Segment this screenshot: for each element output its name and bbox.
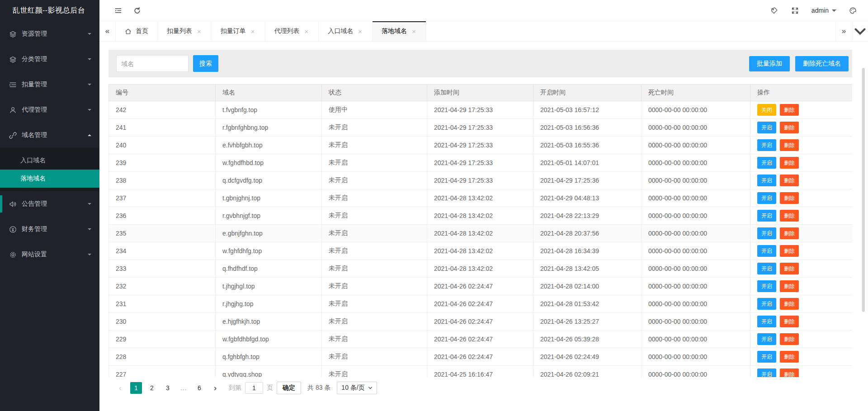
page-number-button[interactable]: 6	[193, 382, 205, 394]
delete-button[interactable]: 删除	[780, 316, 799, 327]
open-domain-button[interactable]: 开启	[757, 263, 776, 274]
cell-domain: r.jhgjhg.top	[216, 295, 322, 313]
cell-added: 2021-04-28 13:42:02	[427, 207, 533, 225]
delete-button[interactable]: 删除	[780, 263, 799, 274]
cell-id: 228	[109, 348, 216, 366]
open-domain-button[interactable]: 开启	[757, 298, 776, 310]
cell-domain: t.gbnjghnj.top	[216, 189, 322, 207]
cell-actions: 开启删除	[750, 295, 853, 313]
delete-button[interactable]: 删除	[780, 122, 799, 133]
confirm-page-button[interactable]: 确定	[277, 382, 301, 394]
sidebar-subitem-entry-domain[interactable]: 入口域名	[0, 151, 99, 170]
page-number-button[interactable]: 3	[162, 382, 174, 394]
tabs-scroll-right-button[interactable]: »	[835, 21, 852, 41]
close-icon[interactable]: ×	[196, 27, 202, 36]
cell-actions: 开启删除	[750, 137, 853, 154]
sidebar-item-finance[interactable]: 财务管理	[0, 217, 99, 242]
close-icon[interactable]: ×	[250, 27, 256, 36]
delete-dead-domains-button[interactable]: 删除死亡域名	[795, 56, 849, 71]
cell-opened: 2021-05-03 16:55:36	[533, 137, 642, 154]
cell-actions: 关闭删除	[750, 101, 853, 119]
open-domain-button[interactable]: 开启	[757, 368, 776, 377]
cell-opened: 2021-04-28 01:53:42	[533, 295, 642, 313]
open-domain-button[interactable]: 开启	[757, 245, 776, 257]
cell-opened: 2021-04-26 02:09:21	[533, 366, 642, 378]
open-domain-button[interactable]: 开启	[757, 351, 776, 363]
fullscreen-icon[interactable]	[791, 6, 800, 15]
delete-button[interactable]: 删除	[780, 210, 799, 222]
sidebar-item-label: 网站设置	[22, 250, 88, 259]
collapse-sidebar-icon[interactable]	[108, 0, 127, 21]
tab-deduct-list[interactable]: 扣量列表×	[158, 21, 212, 41]
open-domain-button[interactable]: 开启	[757, 280, 776, 292]
sidebar-item-resource[interactable]: 资源管理	[0, 21, 99, 47]
close-domain-button[interactable]: 关闭	[757, 104, 776, 116]
next-page-button[interactable]: ›	[209, 382, 221, 394]
search-button[interactable]: 搜索	[193, 55, 218, 72]
open-domain-button[interactable]: 开启	[757, 333, 776, 345]
topbar-right: admin	[770, 6, 857, 15]
sidebar-subitem-landing-domain[interactable]: 落地域名	[0, 170, 99, 188]
tab-home[interactable]: 首页	[116, 21, 158, 41]
cell-id: 233	[109, 260, 216, 278]
column-header: 死亡时间	[642, 85, 750, 101]
delete-button[interactable]: 删除	[780, 192, 799, 204]
sidebar-item-deduct[interactable]: 扣量管理	[0, 72, 99, 97]
delete-button[interactable]: 删除	[780, 104, 799, 116]
batch-add-button[interactable]: 批量添加	[749, 56, 790, 71]
delete-button[interactable]: 删除	[780, 157, 799, 169]
cell-domain: e.gbnjfghn.top	[216, 225, 322, 242]
tab-agent-list[interactable]: 代理列表×	[265, 21, 319, 41]
sidebar-item-notice[interactable]: 公告管理	[0, 191, 99, 217]
close-icon[interactable]: ×	[357, 27, 363, 36]
page-number-button[interactable]: 1	[130, 382, 142, 394]
theme-palette-icon[interactable]	[848, 6, 857, 15]
open-domain-button[interactable]: 开启	[757, 210, 776, 222]
user-menu[interactable]: admin	[811, 7, 836, 14]
tab-deduct-order[interactable]: 扣量订单×	[212, 21, 265, 41]
delete-button[interactable]: 删除	[780, 351, 799, 363]
link-icon	[9, 132, 17, 139]
delete-button[interactable]: 删除	[780, 175, 799, 186]
sidebar-item-agent[interactable]: 代理管理	[0, 97, 99, 123]
tag-icon[interactable]	[770, 6, 779, 15]
delete-button[interactable]: 删除	[780, 298, 799, 310]
page-scrollbar-thumb[interactable]	[862, 68, 865, 312]
close-icon[interactable]: ×	[411, 27, 417, 36]
cell-died: 0000-00-00 00:00:00	[642, 295, 750, 313]
open-domain-button[interactable]: 开启	[757, 122, 776, 133]
tab-entry-domain[interactable]: 入口域名×	[319, 21, 373, 41]
delete-button[interactable]: 删除	[780, 368, 799, 377]
delete-button[interactable]: 删除	[780, 227, 799, 239]
open-domain-button[interactable]: 开启	[757, 192, 776, 204]
prev-page-button[interactable]: ‹	[114, 382, 126, 394]
delete-button[interactable]: 删除	[780, 333, 799, 345]
goto-page-input[interactable]	[245, 382, 263, 394]
delete-button[interactable]: 删除	[780, 245, 799, 257]
cell-opened: 2021-04-26 13:25:27	[533, 313, 642, 331]
open-domain-button[interactable]: 开启	[757, 227, 776, 239]
cell-died: 0000-00-00 00:00:00	[642, 348, 750, 366]
close-icon[interactable]: ×	[304, 27, 310, 36]
table-row: 234w.fghfdhfg.top未开启2021-04-28 13:42:022…	[109, 242, 853, 260]
cell-opened: 2021-04-29 04:48:13	[533, 189, 642, 207]
sidebar-scrollbar-thumb[interactable]	[0, 195, 2, 213]
sidebar-item-category[interactable]: 分类管理	[0, 47, 99, 72]
sidebar-item-domain[interactable]: 域名管理	[0, 123, 99, 148]
open-domain-button[interactable]: 开启	[757, 316, 776, 327]
page-number-button[interactable]: 2	[146, 382, 158, 394]
search-panel: 搜索 批量添加 删除死亡域名	[108, 50, 852, 77]
refresh-icon[interactable]	[127, 0, 146, 21]
sidebar-item-site[interactable]: 网站设置	[0, 242, 99, 267]
open-domain-button[interactable]: 开启	[757, 139, 776, 151]
cell-opened: 2021-04-28 22:13:29	[533, 207, 642, 225]
open-domain-button[interactable]: 开启	[757, 157, 776, 169]
domain-search-input[interactable]	[116, 55, 189, 72]
tab-landing-domain[interactable]: 落地域名×	[373, 21, 426, 41]
delete-button[interactable]: 删除	[780, 139, 799, 151]
delete-button[interactable]: 删除	[780, 280, 799, 292]
open-domain-button[interactable]: 开启	[757, 175, 776, 186]
tabs-scroll-left-button[interactable]: «	[99, 21, 116, 41]
tabs-dropdown-button[interactable]	[852, 21, 868, 41]
page-size-select[interactable]: 10 条/页	[337, 382, 377, 394]
